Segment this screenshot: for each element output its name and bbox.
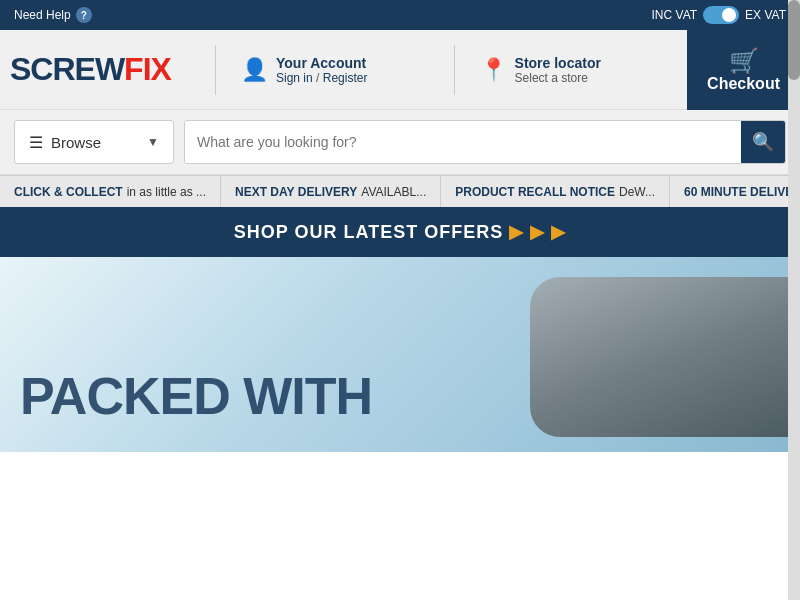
top-bar: Need Help ? INC VAT EX VAT bbox=[0, 0, 800, 30]
ticker-bold-1: CLICK & COLLECT bbox=[14, 185, 123, 199]
ex-vat-label: EX VAT bbox=[745, 8, 786, 22]
ticker-bold-2: NEXT DAY DELIVERY bbox=[235, 185, 357, 199]
help-icon: ? bbox=[76, 7, 92, 23]
logo-area[interactable]: SCREWFIX bbox=[10, 51, 210, 88]
hero-image-area bbox=[480, 257, 800, 452]
ticker-bar: CLICK & COLLECT in as little as ... NEXT… bbox=[0, 175, 800, 207]
account-section[interactable]: 👤 Your Account Sign in / Register bbox=[221, 55, 449, 85]
hero-section: PACKED WITH bbox=[0, 257, 800, 452]
hamburger-icon: ☰ bbox=[29, 133, 43, 152]
browse-label: Browse bbox=[51, 134, 101, 151]
ticker-bold-3: PRODUCT RECALL NOTICE bbox=[455, 185, 615, 199]
chevron-down-icon: ▼ bbox=[147, 135, 159, 149]
offers-arrows-icon: ▶ ▶ ▶ bbox=[509, 221, 566, 243]
ticker-normal-1: in as little as ... bbox=[127, 185, 206, 199]
search-input-wrap: 🔍 bbox=[184, 120, 786, 164]
hero-text: PACKED WITH bbox=[20, 370, 372, 422]
help-section[interactable]: Need Help ? bbox=[14, 7, 92, 23]
ticker-bold-4: 60 MINUTE DELIVERY bbox=[684, 185, 800, 199]
ticker-normal-3: DeW... bbox=[619, 185, 655, 199]
ticker-item-4: 60 MINUTE DELIVERY with Sprint bbox=[670, 176, 800, 207]
signin-link[interactable]: Sign in bbox=[276, 71, 313, 85]
account-icon: 👤 bbox=[241, 57, 268, 83]
offers-label: SHOP OUR LATEST OFFERS bbox=[234, 222, 503, 243]
store-section[interactable]: 📍 Store locator Select a store bbox=[460, 55, 688, 85]
header: SCREWFIX 👤 Your Account Sign in / Regist… bbox=[0, 30, 800, 110]
checkout-section[interactable]: 🛒 Checkout bbox=[687, 30, 800, 110]
ticker-item-2: NEXT DAY DELIVERY AVAILABL... bbox=[221, 176, 441, 207]
logo-fix: FIX bbox=[124, 51, 171, 88]
divider-1 bbox=[215, 45, 216, 95]
search-bar: ☰ Browse ▼ 🔍 bbox=[0, 110, 800, 175]
ticker-item-3: PRODUCT RECALL NOTICE DeW... bbox=[441, 176, 670, 207]
ticker-normal-2: AVAILABL... bbox=[361, 185, 426, 199]
account-title: Your Account bbox=[276, 55, 367, 71]
checkout-label: Checkout bbox=[707, 75, 780, 93]
help-label: Need Help bbox=[14, 8, 71, 22]
vat-toggle-track[interactable] bbox=[703, 6, 739, 24]
inc-vat-label: INC VAT bbox=[652, 8, 698, 22]
vat-toggle[interactable]: INC VAT EX VAT bbox=[652, 6, 786, 24]
store-icon: 📍 bbox=[480, 57, 507, 83]
logo: SCREWFIX bbox=[10, 51, 171, 88]
account-text: Your Account Sign in / Register bbox=[276, 55, 367, 85]
offers-banner[interactable]: SHOP OUR LATEST OFFERS ▶ ▶ ▶ bbox=[0, 207, 800, 257]
basket-icon: 🛒 bbox=[729, 47, 759, 75]
vat-toggle-thumb bbox=[722, 8, 736, 22]
hero-product-image bbox=[530, 277, 800, 437]
search-button[interactable]: 🔍 bbox=[741, 120, 785, 164]
scrollbar[interactable] bbox=[788, 0, 800, 452]
logo-screw: SCREW bbox=[10, 51, 124, 88]
scrollbar-thumb[interactable] bbox=[788, 0, 800, 80]
browse-button[interactable]: ☰ Browse ▼ bbox=[14, 120, 174, 164]
store-sub: Select a store bbox=[515, 71, 601, 85]
store-title: Store locator bbox=[515, 55, 601, 71]
register-link[interactable]: Register bbox=[323, 71, 368, 85]
search-icon: 🔍 bbox=[752, 131, 774, 153]
divider-2 bbox=[454, 45, 455, 95]
ticker-item-1: CLICK & COLLECT in as little as ... bbox=[0, 176, 221, 207]
store-text: Store locator Select a store bbox=[515, 55, 601, 85]
account-sub: Sign in / Register bbox=[276, 71, 367, 85]
search-input[interactable] bbox=[185, 121, 741, 163]
